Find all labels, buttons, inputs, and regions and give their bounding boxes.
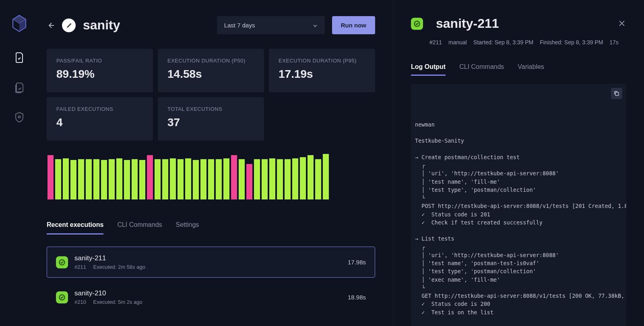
tab-cli-commands[interactable]: CLI Commands [117, 221, 162, 235]
chart-bar[interactable] [86, 159, 92, 199]
chart-bar[interactable] [315, 159, 321, 199]
status-passed-icon [56, 291, 68, 303]
tab-settings[interactable]: Settings [176, 221, 199, 235]
chart-bar[interactable] [246, 164, 252, 199]
run-now-button[interactable]: Run now [332, 16, 375, 34]
chart-bar[interactable] [147, 155, 153, 199]
chart-bar[interactable] [308, 155, 314, 199]
chart-bar[interactable] [200, 159, 206, 199]
main-tabs: Recent executions CLI Commands Settings [47, 221, 375, 235]
chart-bar[interactable] [170, 158, 176, 199]
page-title: sanity [83, 18, 210, 33]
chart-bar[interactable] [323, 154, 329, 199]
chart-bar[interactable] [178, 159, 184, 199]
stat-label: TOTAL EXECUTIONS [167, 106, 254, 112]
nav-suites-icon[interactable] [14, 81, 25, 93]
detail-panel: sanity-211 #211 manual Started: Sep 8, 3… [393, 0, 644, 326]
chart-bar[interactable] [124, 160, 130, 199]
execution-meta: #210 Executed: 5m 2s ago [74, 299, 348, 305]
execution-duration: 17.98s [348, 259, 366, 266]
log-text: newman Testkube-Sanity → Create postman/… [415, 120, 622, 316]
stat-label: FAILED EXECUTIONS [56, 106, 143, 112]
nav-settings-icon[interactable] [14, 111, 25, 123]
chart-bar[interactable] [231, 155, 237, 199]
chart-bar[interactable] [78, 159, 84, 199]
stat-p50: EXECUTION DURATION (P50) 14.58s [158, 49, 264, 92]
chart-bar[interactable] [277, 159, 283, 199]
chart-bar[interactable] [155, 159, 161, 199]
stat-value: 17.19s [279, 68, 365, 81]
chart-bar[interactable] [47, 155, 54, 199]
chart-bar[interactable] [300, 157, 306, 199]
tab-recent-executions[interactable]: Recent executions [47, 221, 103, 235]
execution-name: sanity-211 [74, 254, 348, 262]
chart-bar[interactable] [55, 159, 61, 199]
log-output: newman Testkube-Sanity → Create postman/… [411, 84, 626, 326]
chart-bar[interactable] [132, 159, 138, 199]
stat-pass-fail: PASS/FAIL RATIO 89.19% [47, 49, 153, 92]
chart-bar[interactable] [193, 160, 199, 199]
main-content: sanity Last 7 days Run now PASS/FAIL RAT… [39, 0, 393, 326]
logo-icon[interactable] [11, 15, 27, 34]
chart-bar[interactable] [216, 159, 222, 199]
stat-p95: EXECUTION DURATION (P95) 17.19s [269, 49, 375, 92]
svg-point-0 [19, 116, 21, 118]
chart-bar[interactable] [223, 158, 229, 199]
execution-name: sanity-210 [74, 289, 348, 297]
panel-tab-vars[interactable]: Variables [518, 63, 544, 76]
stat-label: EXECUTION DURATION (P95) [279, 58, 365, 64]
execution-meta: #211 Executed: 2m 58s ago [74, 264, 348, 270]
stat-value: 89.19% [56, 68, 143, 81]
header: sanity Last 7 days Run now [47, 16, 375, 34]
chart-bar[interactable] [101, 160, 107, 199]
sidebar [0, 0, 39, 326]
panel-tabs: Log Output CLI Commands Variables [411, 63, 626, 76]
chart-bar[interactable] [116, 158, 122, 199]
panel-tab-log[interactable]: Log Output [411, 63, 446, 76]
chevron-down-icon [313, 22, 318, 29]
panel-header: sanity-211 [411, 16, 626, 31]
chart-bar[interactable] [262, 159, 268, 199]
panel-meta: #211 manual Started: Sep 8, 3:39 PM Fini… [429, 39, 626, 46]
stat-total: TOTAL EXECUTIONS 37 [158, 97, 264, 141]
chart-bar[interactable] [185, 158, 191, 199]
chart-bar[interactable] [63, 158, 69, 199]
stats-grid: PASS/FAIL RATIO 89.19% EXECUTION DURATIO… [47, 49, 375, 141]
chart-bar[interactable] [109, 159, 115, 199]
execution-duration: 18.98s [348, 294, 366, 301]
panel-tab-cli[interactable]: CLI Commands [459, 63, 504, 76]
chart-bar[interactable] [292, 158, 298, 199]
chart-bar[interactable] [139, 160, 145, 199]
status-passed-icon [411, 18, 423, 30]
stat-failed: FAILED EXECUTIONS 4 [47, 97, 153, 141]
time-range-label: Last 7 days [224, 22, 255, 29]
chart-bar[interactable] [269, 158, 275, 199]
stat-label: PASS/FAIL RATIO [56, 58, 143, 64]
stat-value: 37 [167, 116, 254, 129]
execution-body: sanity-211 #211 Executed: 2m 58s ago [74, 254, 348, 270]
status-passed-icon [56, 256, 68, 268]
svg-rect-5 [615, 92, 619, 96]
close-icon[interactable] [618, 20, 626, 28]
execution-body: sanity-210 #210 Executed: 5m 2s ago [74, 289, 348, 305]
copy-icon[interactable] [611, 88, 622, 99]
nav-tests-icon[interactable] [14, 52, 25, 64]
chart-bar[interactable] [70, 160, 76, 199]
stat-value: 4 [56, 116, 143, 129]
stat-label: EXECUTION DURATION (P50) [167, 58, 254, 64]
chart-bar[interactable] [93, 159, 99, 199]
chart-bar[interactable] [208, 159, 214, 199]
chart-bar[interactable] [285, 159, 291, 199]
execution-row[interactable]: sanity-211 #211 Executed: 2m 58s ago 17.… [47, 247, 375, 278]
chart-bar[interactable] [162, 159, 168, 199]
time-range-select[interactable]: Last 7 days [217, 16, 325, 34]
postman-icon [62, 19, 76, 32]
chart-bar[interactable] [254, 159, 260, 199]
stat-value: 14.58s [167, 68, 254, 81]
panel-title: sanity-211 [436, 16, 612, 31]
back-arrow-icon[interactable] [47, 21, 55, 29]
executions-list: sanity-211 #211 Executed: 2m 58s ago 17.… [47, 247, 375, 313]
executions-chart [47, 154, 375, 199]
execution-row[interactable]: sanity-210 #210 Executed: 5m 2s ago 18.9… [47, 282, 375, 313]
chart-bar[interactable] [239, 159, 245, 199]
